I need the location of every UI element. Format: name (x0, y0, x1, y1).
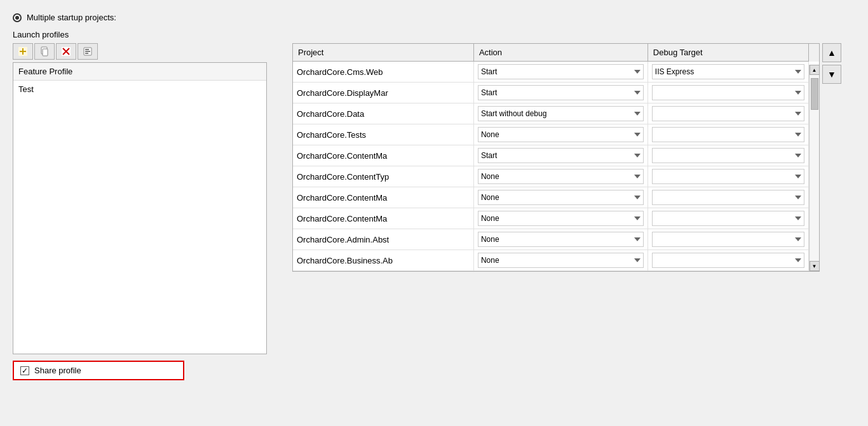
action-cell[interactable]: NoneStartStart without debugStart (remot… (473, 145, 648, 166)
debug-target-cell[interactable]: IIS ExpressProject (648, 83, 808, 103)
action-select[interactable]: NoneStartStart without debugStart (remot… (478, 106, 644, 121)
action-cell[interactable]: NoneStartStart without debugStart (remot… (473, 62, 648, 83)
table-row: OrchardCore.ContentTypNoneStartStart wit… (293, 166, 819, 187)
debug-target-cell[interactable]: IIS ExpressProject (648, 187, 808, 208)
debug-target-select[interactable]: IIS ExpressProject (652, 127, 804, 142)
project-cell: OrchardCore.Data (293, 103, 473, 124)
action-select[interactable]: NoneStartStart without debugStart (remot… (478, 148, 644, 163)
scrollbar-col-header (808, 44, 819, 62)
project-cell: OrchardCore.ContentTyp (293, 166, 473, 187)
debug-target-select[interactable]: IIS ExpressProject (652, 211, 804, 226)
table-row: OrchardCore.DisplayMarNoneStartStart wit… (293, 83, 819, 103)
debug-target-cell[interactable]: IIS ExpressProject (648, 208, 808, 229)
debug-target-select[interactable]: IIS ExpressProject (652, 106, 804, 121)
debug-target-select[interactable]: IIS ExpressProject (652, 64, 804, 79)
col-header-action: Action (473, 44, 648, 62)
copy-profile-button[interactable] (34, 43, 55, 60)
project-cell: OrchardCore.ContentMa (293, 187, 473, 208)
action-cell[interactable]: NoneStartStart without debugStart (remot… (473, 166, 648, 187)
share-profile-checkbox[interactable]: ✓ (20, 366, 29, 375)
table-row: OrchardCore.ContentMaNoneStartStart with… (293, 187, 819, 208)
table-row: OrchardCore.TestsNoneStartStart without … (293, 124, 819, 145)
startup-option: Multiple startup projects: (13, 13, 855, 22)
action-select[interactable]: NoneStartStart without debugStart (remot… (478, 85, 644, 100)
debug-target-cell[interactable]: IIS ExpressProject (648, 250, 808, 271)
action-cell[interactable]: NoneStartStart without debugStart (remot… (473, 250, 648, 271)
scroll-up-arrow[interactable]: ▲ (810, 65, 820, 75)
table-row: OrchardCore.DataNoneStartStart without d… (293, 103, 819, 124)
scroll-down-arrow[interactable]: ▼ (810, 261, 820, 271)
action-cell[interactable]: NoneStartStart without debugStart (remot… (473, 103, 648, 124)
debug-target-cell[interactable]: IIS ExpressProject (648, 145, 808, 166)
debug-target-cell[interactable]: IIS ExpressProject (648, 166, 808, 187)
debug-target-select[interactable]: IIS ExpressProject (652, 148, 804, 163)
debug-target-cell[interactable]: IIS ExpressProject (648, 62, 808, 83)
grid-scrollbar[interactable]: ▲ ▼ (809, 65, 819, 271)
move-down-button[interactable]: ▼ (822, 65, 841, 84)
arrow-down-icon: ▼ (827, 69, 836, 79)
project-cell: OrchardCore.ContentMa (293, 208, 473, 229)
right-panel: Project Action Debug Target OrchardCore.… (292, 43, 841, 272)
action-select[interactable]: NoneStartStart without debugStart (remot… (478, 64, 644, 79)
profile-toolbar (13, 43, 286, 60)
action-select[interactable]: NoneStartStart without debugStart (remot… (478, 211, 644, 226)
share-profile-label: Share profile (34, 366, 81, 375)
debug-target-select[interactable]: IIS ExpressProject (652, 232, 804, 247)
grid-table: Project Action Debug Target OrchardCore.… (293, 44, 819, 271)
action-cell[interactable]: NoneStartStart without debugStart (remot… (473, 187, 648, 208)
table-row: OrchardCore.ContentMaNoneStartStart with… (293, 145, 819, 166)
project-cell: OrchardCore.Business.Ab (293, 250, 473, 271)
debug-target-select[interactable]: IIS ExpressProject (652, 85, 804, 100)
profiles-header: Feature Profile (13, 63, 266, 81)
startup-option-label: Multiple startup projects: (27, 13, 116, 22)
col-header-debug: Debug Target (648, 44, 808, 62)
project-cell: OrchardCore.ContentMa (293, 145, 473, 166)
action-select[interactable]: NoneStartStart without debugStart (remot… (478, 232, 644, 247)
action-select[interactable]: NoneStartStart without debugStart (remot… (478, 190, 644, 205)
remove-profile-button[interactable] (56, 43, 76, 60)
project-cell: OrchardCore.Cms.Web (293, 62, 473, 83)
debug-target-cell[interactable]: IIS ExpressProject (648, 103, 808, 124)
share-profile-area: ✓ Share profile (13, 361, 184, 380)
table-row: OrchardCore.ContentMaNoneStartStart with… (293, 208, 819, 229)
table-row: OrchardCore.Business.AbNoneStartStart wi… (293, 250, 819, 271)
action-select[interactable]: NoneStartStart without debugStart (remot… (478, 253, 644, 268)
action-cell[interactable]: NoneStartStart without debugStart (remot… (473, 124, 648, 145)
action-cell[interactable]: NoneStartStart without debugStart (remot… (473, 83, 648, 103)
projects-grid: Project Action Debug Target OrchardCore.… (292, 43, 820, 272)
action-select[interactable]: NoneStartStart without debugStart (remot… (478, 169, 644, 184)
debug-target-select[interactable]: IIS ExpressProject (652, 190, 804, 205)
debug-target-select[interactable]: IIS ExpressProject (652, 253, 804, 268)
action-cell[interactable]: NoneStartStart without debugStart (remot… (473, 229, 648, 250)
svg-rect-7 (43, 49, 48, 56)
action-cell[interactable]: NoneStartStart without debugStart (remot… (473, 208, 648, 229)
profile-item-test[interactable]: Test (13, 81, 266, 98)
launch-profiles-label: Launch profiles (13, 30, 855, 39)
checkbox-check-icon: ✓ (22, 367, 28, 375)
table-row: OrchardCore.Cms.WebNoneStartStart withou… (293, 62, 819, 83)
profiles-list: Feature Profile Test (13, 62, 267, 354)
debug-target-cell[interactable]: IIS ExpressProject (648, 124, 808, 145)
project-cell: OrchardCore.Admin.Abst (293, 229, 473, 250)
scroll-bar-thumb[interactable] (811, 78, 818, 110)
table-row: OrchardCore.Admin.AbstNoneStartStart wit… (293, 229, 819, 250)
project-cell: OrchardCore.Tests (293, 124, 473, 145)
rename-profile-button[interactable] (78, 43, 98, 60)
move-up-button[interactable]: ▲ (822, 43, 841, 62)
col-header-project: Project (293, 44, 473, 62)
project-cell: OrchardCore.DisplayMar (293, 83, 473, 103)
svg-rect-5 (20, 51, 26, 52)
scroll-bar-body (810, 75, 819, 261)
left-panel: Feature Profile Test ✓ Share profile (13, 43, 286, 380)
add-profile-button[interactable] (13, 43, 33, 60)
radio-button[interactable] (13, 13, 22, 22)
arrow-up-icon: ▲ (827, 48, 836, 58)
row-move-buttons: ▲ ▼ (822, 43, 841, 84)
debug-target-select[interactable]: IIS ExpressProject (652, 169, 804, 184)
debug-target-cell[interactable]: IIS ExpressProject (648, 229, 808, 250)
action-select[interactable]: NoneStartStart without debugStart (remot… (478, 127, 644, 142)
